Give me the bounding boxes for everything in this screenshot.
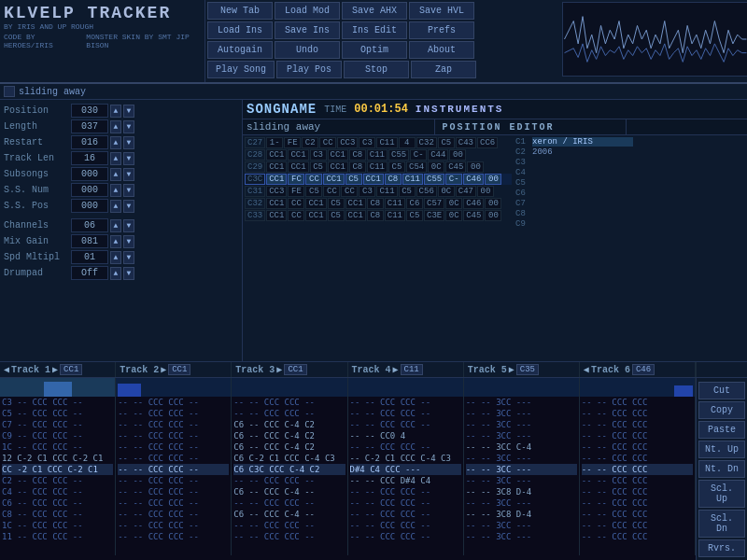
play-pos-btn[interactable]: Play Pos [276, 61, 342, 78]
table-row[interactable]: 1C -- CCC CCC -- [2, 441, 113, 453]
table-row[interactable]: -- -- CCC CCC -- [118, 397, 229, 408]
table-row[interactable]: -- -- CCC CCC -- [118, 441, 229, 453]
table-row[interactable]: -- -- CCC CCC -- [350, 497, 461, 509]
subsongs-dn-btn[interactable]: ▼ [123, 168, 134, 181]
table-row[interactable]: -- -- CCC CCC -- [118, 464, 229, 475]
prefs-btn[interactable]: Prefs [409, 21, 474, 39]
checkbox-icon[interactable] [4, 86, 15, 97]
table-row[interactable]: -- -- CCC CCC -- [233, 520, 345, 531]
table-row[interactable]: C9 -- CCC CCC -- [2, 430, 113, 441]
scl-dn-btn[interactable]: Scl. Dn [698, 510, 745, 538]
track-2-cc[interactable]: CC1 [168, 364, 190, 375]
table-row[interactable]: C8 -- CCC CCC -- [2, 509, 113, 520]
table-row[interactable]: -- -- CCC CCC [582, 441, 693, 453]
table-row[interactable]: -- -- CCC CCC -- [350, 520, 461, 531]
length-up-btn[interactable]: ▲ [110, 120, 121, 133]
table-row[interactable]: -- -- 3CC --- [466, 531, 577, 542]
mixgain-dn-btn[interactable]: ▼ [123, 235, 134, 248]
table-row[interactable]: 1C -- CCC CCC -- [2, 520, 113, 531]
new-tab-btn[interactable]: New Tab [207, 2, 273, 20]
tracklen-dn-btn[interactable]: ▼ [123, 152, 134, 165]
track-6-cc[interactable]: C46 [632, 364, 655, 375]
table-row[interactable]: -- -- CCC CCC -- [118, 509, 229, 520]
table-row[interactable]: -- -- CCC CCC [582, 408, 693, 419]
table-row[interactable]: C3 -- CCC CCC -- [2, 397, 113, 408]
restart-value[interactable]: 016 [71, 135, 108, 149]
table-row[interactable]: -- -- CCC CCC [582, 475, 693, 486]
drumpad-value[interactable]: Off [71, 266, 108, 280]
restart-dn-btn[interactable]: ▼ [123, 136, 134, 149]
tracklen-up-btn[interactable]: ▲ [110, 152, 121, 165]
zap-btn[interactable]: Zap [411, 61, 476, 78]
table-row[interactable]: C6 C-2 C1 CCC C-4 C3 [233, 453, 345, 464]
track-4-cc[interactable]: C11 [401, 364, 423, 375]
table-row[interactable]: -- -- CCC CCC [582, 497, 693, 509]
rvrs-btn[interactable]: Rvrs. [698, 539, 745, 557]
table-row[interactable]: -- -- CCC CCC -- [118, 531, 229, 542]
scl-up-btn[interactable]: Scl. Up [698, 480, 745, 508]
channels-value[interactable]: 06 [71, 218, 108, 232]
table-row[interactable]: C6 -- CCC C-4 C2 [233, 430, 345, 441]
table-row[interactable]: -- -- CCC CCC -- [118, 520, 229, 531]
track-1-cc[interactable]: CC1 [60, 364, 82, 375]
undo-btn[interactable]: Undo [275, 41, 340, 59]
list-item[interactable]: C5 [515, 178, 633, 188]
table-row[interactable]: -- -- 3CC --- [466, 453, 577, 464]
ssnum-value[interactable]: 000 [71, 183, 108, 197]
list-item[interactable]: C8 [515, 209, 633, 218]
table-row[interactable]: C6 -- CCC CCC -- [2, 497, 113, 509]
table-row[interactable]: -- -- CCC CCC -- [118, 497, 229, 509]
ins-edit-btn[interactable]: Ins Edit [342, 21, 407, 39]
save-hvl-btn[interactable]: Save HVL [409, 2, 474, 20]
track-3-cc[interactable]: CC1 [284, 364, 306, 375]
sspos-value[interactable]: 000 [71, 199, 108, 213]
table-row[interactable]: C2 -- CCC CCC -- [2, 475, 113, 486]
list-item[interactable]: C3 [515, 158, 633, 167]
sspos-dn-btn[interactable]: ▼ [123, 200, 134, 213]
table-row[interactable]: C6 -- CCC C-4 -- [233, 486, 345, 497]
list-item[interactable]: C7 [515, 199, 633, 208]
table-row[interactable]: -- -- CCC CCC -- [118, 430, 229, 441]
position-dn-btn[interactable]: ▼ [123, 105, 134, 118]
table-row[interactable]: -- -- CCC CCC [582, 531, 693, 542]
table-row[interactable]: -- -- CCC D#4 C4 [350, 475, 461, 486]
cut-btn[interactable]: Cut [698, 382, 745, 399]
note-up-btn[interactable]: Nt. Up [698, 441, 745, 458]
about-btn[interactable]: About [409, 41, 474, 59]
stop-btn[interactable]: Stop [344, 61, 409, 78]
track-5-cc[interactable]: C35 [516, 364, 539, 375]
table-row[interactable]: -- -- CCC CCC [582, 397, 693, 408]
table-row[interactable]: -- -- 3CC --- [466, 475, 577, 486]
table-row[interactable]: -- -- CCC CCC -- [350, 486, 461, 497]
paste-btn[interactable]: Paste [698, 421, 745, 439]
table-row[interactable]: 12 C-2 C1 CCC C-2 C1 [2, 453, 113, 464]
subsongs-up-btn[interactable]: ▲ [110, 168, 121, 181]
table-row[interactable]: -- -- CCC CCC [582, 464, 693, 475]
table-row[interactable]: -- -- CCC CCC -- [118, 453, 229, 464]
position-up-btn[interactable]: ▲ [110, 105, 121, 118]
channels-dn-btn[interactable]: ▼ [123, 219, 134, 232]
position-value[interactable]: 030 [71, 104, 108, 118]
table-row[interactable]: C6 C3C CCC C-4 C2 [233, 464, 345, 475]
table-row[interactable]: -- -- CCC CCC -- [350, 509, 461, 520]
list-item[interactable]: C6 [515, 189, 633, 198]
ssnum-up-btn[interactable]: ▲ [110, 184, 121, 197]
list-item[interactable]: C4 [515, 168, 633, 177]
table-row[interactable]: C6 -- CCC C-4 C2 [233, 419, 345, 430]
table-row[interactable]: CC -2 C1 CCC C-2 C1 [2, 464, 113, 475]
table-row[interactable]: -- -- 3CC --- [466, 408, 577, 419]
table-row[interactable]: C6 -- CCC C-4 C2 [233, 441, 345, 453]
table-row[interactable]: -- -- 3CC C-4 [466, 441, 577, 453]
sspos-up-btn[interactable]: ▲ [110, 200, 121, 213]
table-row[interactable]: -- -- CCC CCC [582, 453, 693, 464]
table-row[interactable]: -- -- CCC CCC -- [233, 397, 345, 408]
table-row[interactable]: -- -- 3C8 D-4 [466, 486, 577, 497]
table-row[interactable]: -- -- 3CC --- [466, 464, 577, 475]
table-row[interactable]: -- -- CCC CCC -- [350, 419, 461, 430]
tracklen-value[interactable]: 16 [71, 151, 108, 165]
table-row[interactable]: -- -- 3CC --- [466, 520, 577, 531]
table-row[interactable]: -- -- CCC CCC -- [118, 408, 229, 419]
spdmltipl-up-btn[interactable]: ▲ [110, 251, 121, 264]
table-row[interactable]: -- -- CC0 4 [350, 430, 461, 441]
save-ins-btn[interactable]: Save Ins [275, 21, 340, 39]
